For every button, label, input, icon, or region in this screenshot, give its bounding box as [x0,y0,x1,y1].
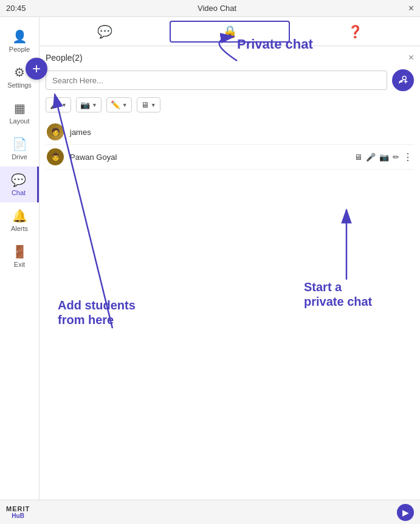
window-title: Video Chat [198,4,236,13]
people-icon: 👤 [12,29,27,44]
edit-control[interactable]: ✏️ ▼ [106,97,132,112]
sidebar-label-exit: Exit [14,261,25,268]
edit-dropdown-icon: ▼ [122,102,128,108]
search-input[interactable] [46,71,387,90]
video-control[interactable]: 📷 ▼ [76,97,102,112]
panel-close-button[interactable]: × [408,52,414,63]
send-button[interactable]: ▶ [397,504,414,521]
people-title: People(2) [46,53,83,63]
lock-icon: 🔒 [222,24,238,39]
add-person-icon [398,75,408,86]
question-icon: ❓ [348,24,363,39]
pawan-mic-icon[interactable]: 🎤 [366,153,376,162]
tab-question[interactable]: ❓ [296,21,414,43]
exit-icon: 🚪 [12,244,27,259]
merit-text: MERIT [6,505,30,512]
edit-icon: ✏️ [111,100,120,109]
sidebar-item-layout[interactable]: ▦ Layout [0,95,39,131]
pawan-screen-icon[interactable]: 🖥 [354,153,362,162]
people-header: People(2) × [46,52,414,63]
mic-control[interactable]: 🎤 ▼ [46,97,71,112]
merit-logo: MERIT HuB [6,505,30,519]
add-button[interactable]: + [26,58,47,80]
pawan-controls: 🖥 🎤 📷 ✏ ⋮ [354,151,413,163]
close-button[interactable]: × [408,3,414,14]
hub-text: HuB [12,512,24,519]
sidebar-label-layout: Layout [9,117,29,125]
controls-row: 🎤 ▼ 📷 ▼ ✏️ ▼ 🖥 ▼ [46,97,414,112]
screen-control[interactable]: 🖥 ▼ [137,97,160,112]
people-panel: People(2) × 🎤 ▼ 📷 ▼ ✏️ ▼ [40,46,420,500]
video-icon: 📷 [80,100,90,109]
add-user-button[interactable] [392,69,414,91]
participant-name-james: james [70,128,413,137]
sidebar-label-alerts: Alerts [11,225,28,232]
time-display: 20:45 [6,4,26,13]
drive-icon: 📄 [12,137,27,151]
alerts-icon: 🔔 [12,209,27,223]
sidebar: 👤 People ⚙ Settings ▦ Layout 📄 Drive 💬 C… [0,17,40,500]
sidebar-item-chat[interactable]: 💬 Chat [0,167,39,202]
screen-icon: 🖥 [141,100,149,109]
pawan-more-icon[interactable]: ⋮ [403,151,413,163]
participant-pawan: 👨 Pawan Goyal 🖥 🎤 📷 ✏ ⋮ [46,145,414,170]
video-dropdown-icon: ▼ [92,102,97,108]
top-bar: 20:45 Video Chat × [0,0,420,17]
send-icon: ▶ [402,508,409,517]
avatar-james: 🧑 [47,123,64,140]
bottom-bar: MERIT HuB ▶ [0,500,420,524]
participant-name-pawan: Pawan Goyal [70,153,354,162]
pawan-video-icon[interactable]: 📷 [379,153,389,162]
sidebar-item-alerts[interactable]: 🔔 Alerts [0,202,39,238]
participant-james: 🧑 james [46,120,414,145]
sidebar-label-drive: Drive [12,153,27,160]
pawan-edit-icon[interactable]: ✏ [393,153,399,162]
avatar-pawan: 👨 [47,148,64,165]
main-content: 💬 🔒 ❓ People(2) × 🎤 ▼ [40,17,420,500]
tab-private[interactable]: 🔒 [170,21,290,43]
settings-icon: ⚙ [14,65,25,80]
sidebar-item-people[interactable]: 👤 People [0,23,39,59]
chat-icon: 💬 [11,173,26,187]
layout-icon: ▦ [14,101,26,115]
sidebar-item-exit[interactable]: 🚪 Exit [0,238,39,274]
tab-chat[interactable]: 💬 [46,21,164,43]
tab-bar: 💬 🔒 ❓ [40,17,420,46]
sidebar-label-settings: Settings [7,81,32,89]
mic-dropdown-icon: ▼ [61,102,67,108]
chat-tab-icon: 💬 [97,24,112,39]
sidebar-label-people: People [9,46,30,53]
sidebar-label-chat: Chat [12,189,26,196]
screen-dropdown-icon: ▼ [151,102,156,108]
search-row [46,69,414,91]
sidebar-item-drive[interactable]: 📄 Drive [0,131,39,167]
mic-icon: 🎤 [50,100,60,109]
